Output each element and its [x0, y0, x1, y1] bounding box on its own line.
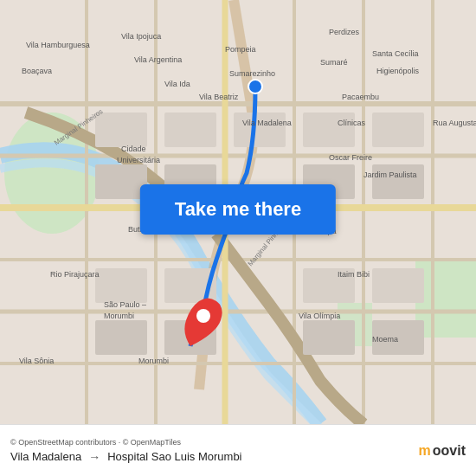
- svg-text:Pompeia: Pompeia: [225, 45, 256, 54]
- route-info: Vila Madalena → Hospital Sao Luis Morumb…: [10, 450, 242, 464]
- svg-text:Rua Augusta: Rua Augusta: [433, 119, 476, 127]
- svg-text:Vila Sônia: Vila Sônia: [19, 357, 54, 365]
- svg-text:Sumarezinho: Sumarezinho: [229, 69, 275, 78]
- svg-rect-29: [95, 320, 147, 355]
- svg-text:Sumaré: Sumaré: [320, 58, 348, 67]
- map-attribution: © OpenStreetMap contributors · © OpenMap…: [10, 438, 242, 447]
- take-me-there-button[interactable]: Take me there: [140, 184, 336, 235]
- svg-text:Moema: Moema: [372, 335, 398, 344]
- svg-text:Vila Ida: Vila Ida: [164, 80, 190, 88]
- svg-rect-22: [234, 113, 286, 147]
- svg-text:Pacaembu: Pacaembu: [342, 93, 379, 101]
- svg-point-35: [248, 80, 262, 93]
- svg-text:Cidade: Cidade: [121, 145, 146, 153]
- svg-rect-26: [372, 164, 424, 199]
- route-destination: Hospital Sao Luis Morumbi: [107, 450, 241, 463]
- svg-text:Perdizes: Perdizes: [329, 28, 360, 36]
- map-container: Vila Hamburguesa Boaçava Vila Ipojuca Vi…: [0, 0, 476, 424]
- svg-text:Clínicas: Clínicas: [338, 119, 366, 127]
- svg-rect-2: [415, 260, 476, 338]
- moovit-logo: m oovit: [419, 443, 466, 459]
- route-origin: Vila Madalena: [10, 450, 81, 463]
- svg-text:Morumbi: Morumbi: [104, 312, 134, 320]
- svg-text:Itaim Bibi: Itaim Bibi: [338, 270, 370, 279]
- svg-text:Vila Beatriz: Vila Beatriz: [199, 93, 239, 101]
- svg-rect-19: [164, 113, 216, 147]
- svg-text:Morumbi: Morumbi: [138, 357, 169, 365]
- svg-text:Rio Pirajuçara: Rio Pirajuçara: [50, 270, 100, 279]
- svg-rect-32: [372, 268, 424, 303]
- svg-text:São Paulo –: São Paulo –: [104, 300, 146, 309]
- svg-text:Vila Ipojuca: Vila Ipojuca: [121, 32, 161, 41]
- svg-text:Oscar Freire: Oscar Freire: [329, 153, 372, 162]
- svg-rect-25: [372, 113, 424, 147]
- svg-point-36: [196, 309, 210, 323]
- moovit-logo-text: oovit: [433, 443, 466, 459]
- svg-text:Vila Madalena: Vila Madalena: [242, 119, 292, 127]
- svg-rect-27: [95, 268, 147, 303]
- bottom-bar: © OpenStreetMap contributors · © OpenMap…: [0, 424, 476, 476]
- svg-text:Universitária: Universitária: [117, 156, 160, 164]
- svg-rect-23: [303, 113, 355, 147]
- route-arrow-icon: →: [88, 450, 100, 464]
- svg-text:Boaçava: Boaçava: [22, 67, 52, 75]
- svg-text:Vila Hamburguesa: Vila Hamburguesa: [26, 41, 90, 49]
- svg-text:Vila Olímpia: Vila Olímpia: [299, 312, 340, 320]
- svg-text:Santa Cecília: Santa Cecília: [372, 49, 419, 58]
- svg-text:Higienópolis: Higienópolis: [376, 67, 420, 75]
- svg-rect-18: [95, 113, 147, 147]
- button-overlay: Take me there: [140, 184, 336, 235]
- bottom-left-info: © OpenStreetMap contributors · © OpenMap…: [10, 438, 242, 464]
- moovit-logo-m: m: [419, 443, 431, 459]
- svg-text:Jardim Paulista: Jardim Paulista: [363, 170, 417, 179]
- svg-text:Vila Argentina: Vila Argentina: [134, 55, 182, 64]
- svg-rect-33: [303, 320, 355, 355]
